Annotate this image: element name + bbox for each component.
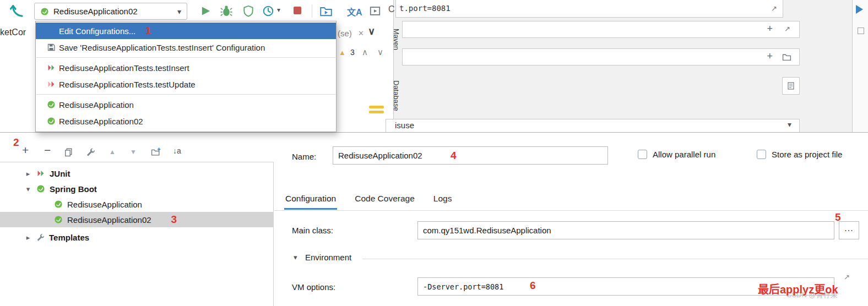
toolbar-fragment: C bbox=[388, 4, 395, 14]
config-tabs: Configuration Code Coverage Logs bbox=[284, 194, 453, 210]
vm-options-label: VM options: bbox=[292, 282, 335, 292]
next-occurrence-icon[interactable]: ∨ bbox=[377, 47, 383, 57]
checkbox-label: Allow parallel run bbox=[653, 150, 715, 159]
junit-icon bbox=[36, 169, 45, 178]
annotation-6: 6 bbox=[530, 280, 536, 292]
form-field-row-1[interactable]: + ↗ bbox=[402, 21, 800, 38]
main-class-input[interactable] bbox=[417, 221, 834, 239]
add-config-button[interactable]: + bbox=[22, 144, 29, 157]
menu-item-label: RedisuseApplicationTests.testInsert bbox=[59, 63, 189, 73]
tree-item-junit[interactable]: ▸ JUnit bbox=[0, 166, 274, 181]
coverage-button[interactable] bbox=[242, 5, 254, 17]
tab-logs[interactable]: Logs bbox=[432, 194, 453, 210]
back-arrow-icon[interactable] bbox=[9, 3, 24, 18]
caret-down-icon: ▾ bbox=[177, 7, 181, 16]
warning-icon: ▲ bbox=[339, 48, 346, 57]
browse-button[interactable]: ... bbox=[839, 221, 859, 239]
chevron-down-icon[interactable]: ▾ bbox=[24, 185, 32, 193]
tree-item-label: RedisuseApplication bbox=[67, 200, 142, 209]
chevron-down-icon[interactable]: ∨ bbox=[368, 25, 375, 37]
panel-arrow-icon[interactable] bbox=[856, 5, 863, 14]
tab-code-coverage[interactable]: Code Coverage bbox=[354, 194, 416, 210]
editor-tab-fragment[interactable]: ketCor bbox=[0, 28, 26, 37]
name-label: Name: bbox=[292, 152, 316, 161]
preview-button[interactable] bbox=[369, 5, 381, 17]
tree-item-label: JUnit bbox=[50, 169, 70, 178]
caret-down-icon[interactable]: ▾ bbox=[277, 6, 280, 14]
edit-templates-button[interactable] bbox=[86, 147, 95, 157]
stop-button[interactable] bbox=[294, 7, 301, 14]
chevron-right-icon[interactable]: ▸ bbox=[24, 233, 32, 242]
spring-boot-icon bbox=[36, 184, 45, 193]
spring-boot-icon bbox=[54, 200, 63, 209]
tree-item-label: Templates bbox=[49, 233, 89, 242]
move-up-button[interactable]: ▲ bbox=[109, 148, 116, 156]
tree-item-redisuseapplication[interactable]: RedisuseApplication bbox=[0, 196, 274, 212]
tool-window-database[interactable]: Database bbox=[392, 80, 400, 111]
prev-occurrence-icon[interactable]: ∧ bbox=[362, 47, 368, 57]
module-combo[interactable]: isuse ▾ bbox=[386, 119, 800, 133]
junit-test-icon bbox=[47, 63, 56, 72]
expand-icon[interactable]: ↗ bbox=[771, 4, 777, 13]
menu-item-testinsert[interactable]: RedisuseApplicationTests.testInsert bbox=[36, 59, 336, 76]
tab-configuration[interactable]: Configuration bbox=[284, 194, 337, 210]
expand-icon[interactable]: ↗ bbox=[844, 273, 850, 281]
tree-item-label: Spring Boot bbox=[50, 184, 97, 194]
match-count: 3 bbox=[350, 48, 355, 57]
tree-item-spring-boot[interactable]: ▾ Spring Boot bbox=[0, 181, 274, 196]
add-icon[interactable]: + bbox=[767, 51, 773, 62]
debug-button[interactable] bbox=[220, 4, 233, 18]
menu-separator bbox=[36, 57, 335, 58]
run-config-menu: Edit Configurations... 1 Save 'RedisuseA… bbox=[35, 21, 337, 132]
store-as-project-file-checkbox[interactable]: Store as project file bbox=[757, 150, 842, 159]
close-icon[interactable]: ✕ bbox=[358, 29, 364, 37]
run-config-combo[interactable]: RedisuseApplication02 ▾ bbox=[34, 3, 187, 20]
form-field-row-2[interactable]: + bbox=[402, 48, 800, 65]
toolbar-separator bbox=[312, 4, 312, 18]
name-input[interactable] bbox=[333, 146, 608, 165]
menu-item-redisuseapplication[interactable]: RedisuseApplication bbox=[36, 96, 336, 113]
add-icon[interactable]: + bbox=[767, 23, 773, 35]
profiler-button[interactable] bbox=[262, 5, 274, 17]
tool-window-maven[interactable]: Maven bbox=[392, 29, 400, 50]
spring-boot-icon bbox=[47, 117, 56, 125]
sort-configs-button[interactable]: ↓a bbox=[173, 146, 181, 155]
collapse-icon[interactable]: ▾ bbox=[294, 253, 297, 261]
run-button[interactable] bbox=[199, 5, 211, 17]
chevron-right-icon[interactable]: ▸ bbox=[24, 170, 32, 178]
document-icon bbox=[786, 81, 795, 90]
annotation-5: 5 bbox=[835, 211, 841, 223]
menu-item-label: RedisuseApplicationTests.testUpdate bbox=[59, 80, 196, 89]
spring-boot-icon bbox=[40, 7, 49, 16]
remove-config-button[interactable]: − bbox=[44, 144, 51, 157]
allow-parallel-run-checkbox[interactable]: Allow parallel run bbox=[638, 150, 715, 159]
document-field-box[interactable] bbox=[782, 77, 800, 95]
menu-item-label: Edit Configurations... bbox=[59, 26, 135, 36]
save-icon bbox=[47, 43, 56, 52]
annotation-2: 2 bbox=[13, 136, 19, 149]
run-config-label: RedisuseApplication02 bbox=[53, 7, 138, 16]
menu-item-testupdate[interactable]: RedisuseApplicationTests.testUpdate bbox=[36, 76, 336, 92]
create-folder-button[interactable] bbox=[151, 147, 161, 156]
menu-item-redisuseapplication02[interactable]: RedisuseApplication02 bbox=[36, 113, 336, 129]
folder-icon[interactable] bbox=[782, 52, 791, 62]
panel-icon[interactable] bbox=[858, 28, 864, 34]
tree-item-templates[interactable]: ▸ Templates bbox=[0, 230, 274, 245]
checkbox-label: Store as project file bbox=[772, 150, 842, 159]
module-combo-value: isuse bbox=[395, 121, 414, 130]
menu-item-edit-configurations[interactable]: Edit Configurations... 1 bbox=[36, 23, 336, 39]
menu-item-save-configuration[interactable]: Save 'RedisuseApplicationTests.testInser… bbox=[36, 39, 336, 56]
move-down-button[interactable]: ▼ bbox=[130, 148, 137, 156]
annotation-1: 1 bbox=[145, 25, 151, 37]
copy-config-button[interactable] bbox=[64, 147, 73, 157]
note-red-text: 最后applyz更ok bbox=[758, 281, 838, 297]
run-targets-button[interactable] bbox=[319, 4, 333, 18]
environment-section-label[interactable]: Environment bbox=[305, 253, 351, 262]
tree-item-redisuseapplication02[interactable]: RedisuseApplication02 3 bbox=[0, 212, 274, 227]
annotation-3: 3 bbox=[171, 214, 177, 226]
editor-field-partial[interactable]: t.port=8081 ↗ bbox=[395, 0, 783, 18]
right-tool-stripe bbox=[852, 0, 868, 133]
expand-icon[interactable]: ↗ bbox=[784, 25, 790, 33]
checkbox-box bbox=[638, 150, 647, 159]
translate-button[interactable]: 文A bbox=[347, 5, 362, 18]
